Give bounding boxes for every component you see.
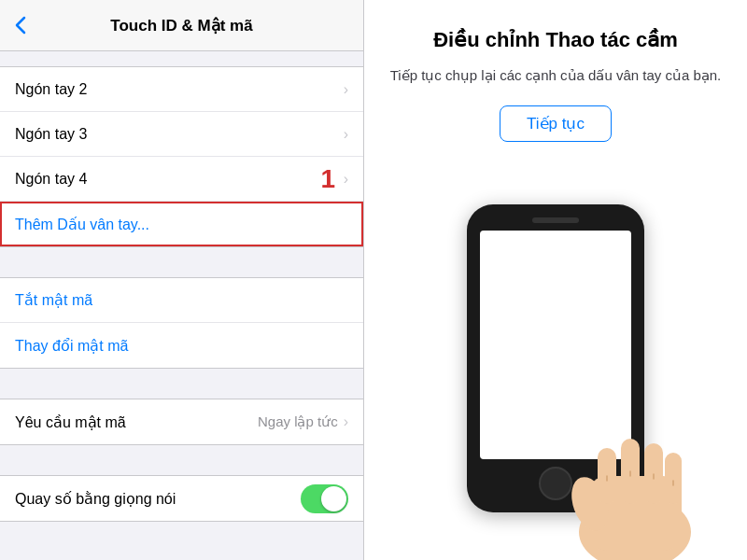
section-gap-1 — [0, 247, 363, 262]
voice-dial-row[interactable]: Quay số bằng giọng nói — [0, 476, 363, 521]
change-password-label: Thay đổi mật mã — [15, 337, 348, 355]
continue-wrapper: Tiếp tục 2 — [500, 105, 612, 151]
left-panel: Touch ID & Mật mã Ngón tay 2 › Ngón tay … — [0, 0, 364, 560]
change-password-row[interactable]: Thay đổi mật mã — [0, 323, 363, 368]
svg-rect-6 — [665, 453, 682, 504]
section-gap-2 — [0, 369, 363, 384]
right-panel: Điều chỉnh Thao tác cầm Tiếp tục chụp lạ… — [364, 0, 747, 560]
chevron-icon: › — [344, 413, 348, 430]
turn-off-password-label: Tắt mật mã — [15, 291, 348, 309]
add-fingerprint-row[interactable]: Thêm Dấu vân tay... — [0, 202, 363, 246]
require-password-section: Yêu cầu mật mã Ngay lập tức › — [0, 399, 363, 445]
right-subtitle: Tiếp tục chụp lại các cạnh của dấu vân t… — [390, 65, 722, 87]
fingerprint-row-2[interactable]: Ngón tay 2 › — [0, 67, 363, 112]
add-fingerprint-label: Thêm Dấu vân tay... — [15, 216, 348, 233]
require-password-label: Yêu cầu mật mã — [15, 413, 258, 431]
fingerprint-row-4[interactable]: Ngón tay 4 1 › — [0, 157, 363, 202]
back-button[interactable] — [15, 16, 26, 35]
fingerprint-row-3[interactable]: Ngón tay 3 › — [0, 112, 363, 157]
voice-dial-toggle[interactable] — [301, 484, 348, 513]
require-password-value: Ngay lập tức — [258, 413, 338, 430]
phone-speaker — [532, 217, 579, 223]
voice-dial-label: Quay số bằng giọng nói — [15, 490, 301, 508]
section-gap-3 — [0, 445, 363, 460]
chevron-icon: › — [344, 126, 348, 143]
password-section: Tắt mật mã Thay đổi mật mã — [0, 277, 363, 369]
nav-bar: Touch ID & Mật mã — [0, 0, 363, 51]
finger-4-label: Ngón tay 4 — [15, 171, 317, 188]
hand-svg — [560, 383, 710, 560]
turn-off-password-row[interactable]: Tắt mật mã — [0, 278, 363, 323]
hand-illustration — [560, 383, 710, 560]
phone-illustration — [383, 166, 728, 552]
fingerprint-section: Ngón tay 2 › Ngón tay 3 › Ngón tay 4 1 ›… — [0, 66, 363, 247]
page-title: Touch ID & Mật mã — [110, 16, 252, 35]
continue-button[interactable]: Tiếp tục — [500, 105, 612, 142]
finger-3-label: Ngón tay 3 — [15, 126, 344, 143]
right-title: Điều chỉnh Thao tác cầm — [433, 28, 678, 52]
chevron-icon: › — [344, 81, 348, 98]
chevron-icon: › — [344, 171, 348, 188]
require-password-row[interactable]: Yêu cầu mật mã Ngay lập tức › — [0, 399, 363, 444]
finger-2-label: Ngón tay 2 — [15, 81, 344, 98]
chevron-left-icon — [15, 16, 26, 35]
voice-dial-section: Quay số bằng giọng nói — [0, 475, 363, 522]
toggle-knob — [321, 486, 346, 511]
badge-1: 1 — [320, 164, 335, 194]
